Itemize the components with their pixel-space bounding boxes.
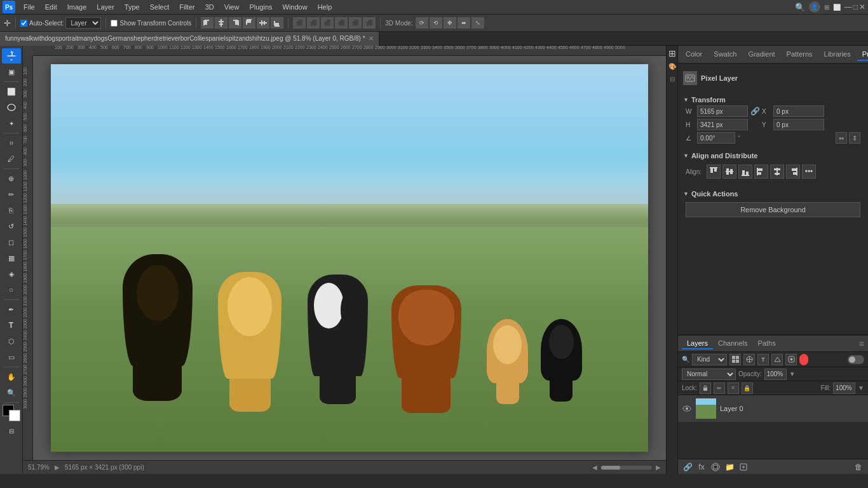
layer-visibility-toggle[interactable] bbox=[682, 403, 692, 414]
3d-rotate-btn[interactable]: ⟳ bbox=[416, 17, 428, 29]
tab-close-btn[interactable]: ✕ bbox=[369, 35, 374, 42]
menu-layer[interactable]: Layer bbox=[92, 2, 119, 12]
width-input[interactable] bbox=[697, 105, 748, 117]
foreground-background-colors[interactable] bbox=[3, 405, 20, 421]
align-bottom-btn[interactable] bbox=[738, 165, 752, 179]
align-bottom-edges-btn[interactable] bbox=[271, 17, 283, 29]
tab-color[interactable]: Color bbox=[681, 48, 707, 61]
menu-help[interactable]: Help bbox=[313, 2, 337, 12]
hand-tool[interactable]: ✋ bbox=[2, 369, 21, 384]
healing-tool[interactable]: ⊕ bbox=[2, 171, 21, 186]
link-wh-btn[interactable]: 🔗 bbox=[750, 107, 759, 116]
stamp-tool[interactable]: ⎘ bbox=[2, 203, 21, 218]
minimize-btn[interactable]: — bbox=[844, 3, 852, 11]
marquee-tool[interactable]: ⬜ bbox=[2, 84, 21, 99]
align-distribute-header[interactable]: ▼ Align and Distribute bbox=[683, 150, 863, 161]
add-mask-btn[interactable] bbox=[710, 461, 721, 473]
align-top-edges-btn[interactable] bbox=[243, 17, 255, 29]
align-top-btn[interactable] bbox=[707, 165, 721, 179]
blur-tool[interactable]: ◈ bbox=[2, 266, 21, 281]
filter-toggle[interactable] bbox=[848, 355, 864, 364]
auto-select-dropdown[interactable]: Layer Group bbox=[65, 17, 101, 29]
menu-edit[interactable]: Edit bbox=[41, 2, 62, 12]
zoom-tool[interactable]: 🔍 bbox=[2, 385, 21, 400]
quick-mask-btn[interactable]: ⊟ bbox=[2, 423, 21, 438]
layer-item[interactable]: Layer 0 bbox=[678, 395, 868, 422]
new-group-btn[interactable]: 📁 bbox=[724, 461, 735, 473]
menu-select[interactable]: Select bbox=[146, 2, 174, 12]
filter-color-btn[interactable] bbox=[799, 354, 808, 365]
3d-roll-btn[interactable]: ⟲ bbox=[430, 17, 442, 29]
angle-input[interactable] bbox=[697, 132, 735, 144]
close-btn[interactable]: ✕ bbox=[859, 3, 865, 11]
user-avatar[interactable]: 👤 bbox=[809, 1, 820, 13]
align-right-edges-btn[interactable] bbox=[229, 17, 241, 29]
maximize-btn[interactable]: □ bbox=[853, 3, 858, 11]
height-input[interactable] bbox=[697, 119, 748, 130]
lock-pixels-btn[interactable] bbox=[700, 383, 711, 394]
menu-plugins[interactable]: Plugins bbox=[245, 2, 276, 12]
menu-window[interactable]: Window bbox=[278, 2, 312, 12]
tab-properties[interactable]: Properties bbox=[857, 48, 868, 61]
lasso-tool[interactable] bbox=[2, 100, 21, 115]
auto-select-check[interactable] bbox=[20, 20, 27, 27]
nav-next-btn[interactable]: ▶ bbox=[656, 464, 661, 471]
link-layers-btn[interactable]: 🔗 bbox=[682, 461, 693, 473]
auto-select-checkbox[interactable]: Auto-Select: Layer Group bbox=[20, 17, 101, 29]
gradient-tool[interactable]: ▦ bbox=[2, 250, 21, 266]
brush-tool[interactable]: ✏ bbox=[2, 187, 21, 202]
file-tab[interactable]: funnywalkwithdogsportraitmanydogsGermans… bbox=[0, 32, 379, 46]
transform-check[interactable] bbox=[111, 20, 118, 27]
new-layer-btn[interactable] bbox=[738, 461, 749, 473]
align-left-btn[interactable] bbox=[754, 165, 768, 179]
tab-gradient[interactable]: Gradient bbox=[743, 48, 780, 61]
lock-all-btn[interactable]: 🔒 bbox=[742, 383, 753, 394]
filter-type-btn[interactable]: T bbox=[757, 354, 769, 365]
filter-adjust-btn[interactable] bbox=[743, 354, 755, 365]
layers-tab-paths[interactable]: Paths bbox=[753, 338, 781, 349]
menu-3d[interactable]: 3D bbox=[201, 2, 219, 12]
align-h-center-icon-btn[interactable] bbox=[770, 165, 784, 179]
3d-scale-btn[interactable]: ⤡ bbox=[471, 17, 484, 29]
dist-left-btn[interactable]: ⬛ bbox=[293, 17, 306, 29]
canvas-area[interactable] bbox=[33, 56, 666, 460]
dist-bottom-btn[interactable]: ⬛ bbox=[363, 17, 376, 29]
delete-layer-btn[interactable]: 🗑 bbox=[853, 461, 864, 473]
layer-kind-filter[interactable]: Kind bbox=[692, 354, 727, 365]
nav-prev-btn[interactable]: ◀ bbox=[592, 464, 597, 471]
artboard-tool[interactable]: ▣ bbox=[2, 64, 21, 79]
tab-libraries[interactable]: Libraries bbox=[819, 48, 856, 61]
lock-position-btn[interactable]: ✏ bbox=[714, 383, 725, 394]
align-more-btn[interactable]: ••• bbox=[802, 165, 816, 179]
search-icon[interactable]: 🔍 bbox=[795, 3, 805, 12]
fill-input[interactable] bbox=[833, 383, 855, 394]
filter-pixel-btn[interactable] bbox=[729, 354, 741, 365]
workspace-switcher[interactable]: ⊞ bbox=[824, 4, 829, 11]
tab-swatch[interactable]: Swatch bbox=[709, 48, 742, 61]
x-input[interactable] bbox=[773, 105, 824, 117]
dist-right-btn[interactable]: ⬛ bbox=[321, 17, 334, 29]
remove-background-btn[interactable]: Remove Background bbox=[686, 202, 860, 217]
quick-actions-header[interactable]: ▼ Quick Actions bbox=[683, 188, 863, 200]
shape-tool[interactable]: ▭ bbox=[2, 349, 21, 365]
layers-panel-icon[interactable]: ⊟ bbox=[667, 74, 677, 84]
layers-tab-layers[interactable]: Layers bbox=[682, 338, 713, 349]
menu-image[interactable]: Image bbox=[63, 2, 92, 12]
opacity-arrow[interactable]: ▼ bbox=[789, 370, 796, 377]
lock-artboard-btn[interactable]: ⌗ bbox=[728, 383, 739, 394]
transform-header[interactable]: ▼ Transform bbox=[683, 94, 863, 105]
filter-shape-btn[interactable] bbox=[771, 354, 783, 365]
arrange-windows[interactable]: ⬜ bbox=[833, 4, 841, 11]
flip-horizontal-btn[interactable]: ⇔ bbox=[836, 132, 847, 144]
blend-mode-select[interactable]: Normal bbox=[682, 369, 736, 380]
align-v-center-btn[interactable] bbox=[257, 17, 269, 29]
flip-vertical-btn[interactable]: ⇕ bbox=[849, 132, 860, 144]
eyedropper-tool[interactable]: 🖊 bbox=[2, 151, 21, 166]
align-left-edges-btn[interactable] bbox=[201, 17, 214, 29]
dist-top-btn[interactable]: ⬛ bbox=[335, 17, 348, 29]
dist-center-v-btn[interactable]: ⬛ bbox=[349, 17, 362, 29]
color-panel-icon[interactable]: 🎨 bbox=[667, 61, 677, 71]
history-brush-tool[interactable]: ↺ bbox=[2, 219, 21, 234]
panel-toggle-top[interactable]: ⊞ bbox=[667, 48, 677, 58]
transform-controls-checkbox[interactable]: Show Transform Controls bbox=[111, 20, 191, 27]
